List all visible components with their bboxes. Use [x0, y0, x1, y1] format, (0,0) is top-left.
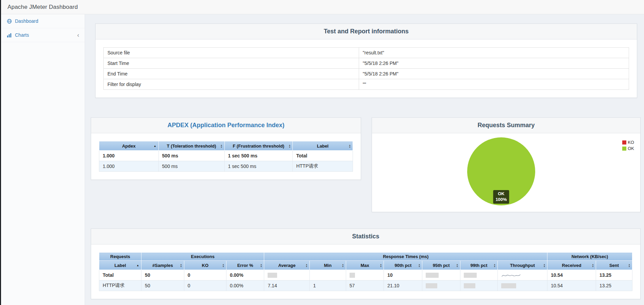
statistics-column-header[interactable]: KO▲▼ — [184, 261, 226, 270]
column-header-label: Label — [115, 263, 126, 268]
redacted-value — [501, 283, 516, 288]
statistics-column-header[interactable]: Max▲▼ — [346, 261, 384, 270]
column-header-label: Sent — [609, 263, 619, 268]
main-content: Test and Report informations Source file… — [85, 14, 644, 305]
scribble-mark — [501, 273, 521, 278]
statistics-cell: 0 — [184, 270, 226, 281]
column-header-label: Min — [324, 263, 332, 268]
legend-item: OK — [622, 146, 634, 151]
statistics-column-header[interactable]: Label▲ — [99, 261, 141, 270]
sort-icon: ▲▼ — [289, 144, 291, 148]
info-row-value: "5/5/18 2:26 PM" — [359, 58, 629, 69]
column-header-label: 99th pct — [471, 263, 488, 268]
sort-icon: ▲▼ — [628, 264, 630, 267]
statistics-card-header: Statistics — [91, 229, 640, 244]
statistics-cell: 0.00% — [226, 270, 264, 281]
statistics-cell — [497, 270, 547, 281]
column-header-label: Apdex — [122, 143, 136, 149]
info-table: Source file"result.txt"Start Time"5/5/18… — [103, 47, 629, 90]
statistics-column-header[interactable]: Error %▲▼ — [226, 261, 264, 270]
statistics-cell — [460, 281, 497, 291]
info-row: Source file"result.txt" — [104, 48, 629, 58]
bar-chart-icon — [7, 33, 12, 38]
statistics-cell: 57 — [346, 281, 384, 291]
statistics-group-header: Response Times (ms) — [264, 253, 547, 261]
apdex-cell: Total — [293, 151, 353, 161]
top-header: Apache JMeter Dashboard — [0, 0, 644, 14]
statistics-column-header[interactable]: Sent▲▼ — [596, 261, 632, 270]
info-row-label: Source file — [104, 48, 359, 58]
sidebar-item-label: Charts — [15, 32, 29, 38]
chevron-left-icon[interactable]: ‹ — [77, 32, 79, 38]
sidebar-item-label: Dashboard — [15, 18, 38, 24]
statistics-cell: 13.25 — [596, 270, 632, 281]
statistics-group-header: Requests — [99, 253, 141, 261]
apdex-card-body: Apdex▲T (Toleration threshold)▲▼F (Frust… — [91, 133, 361, 180]
legend-item: KO — [622, 140, 634, 145]
apdex-header-row: Apdex▲T (Toleration threshold)▲▼F (Frust… — [99, 141, 353, 151]
pie-legend: KOOK — [622, 140, 634, 152]
sidebar-item-dashboard[interactable]: Dashboard — [0, 14, 85, 28]
apdex-row: 1.000500 ms1 sec 500 msTotal — [99, 151, 353, 161]
statistics-header-row: Label▲#Samples▲▼KO▲▼Error %▲▼Average▲▼Mi… — [99, 261, 632, 270]
sort-icon: ▲▼ — [418, 264, 420, 267]
legend-label: KO — [628, 140, 634, 145]
statistics-column-header[interactable]: Throughput▲▼ — [497, 261, 547, 270]
column-header-label: 90th pct — [394, 263, 411, 268]
info-row-value: "result.txt" — [359, 48, 629, 58]
statistics-column-header[interactable]: #Samples▲▼ — [141, 261, 184, 270]
statistics-column-header[interactable]: 99th pct▲▼ — [460, 261, 497, 270]
statistics-cell: 21.10 — [384, 281, 422, 291]
statistics-column-header[interactable]: Average▲▼ — [264, 261, 310, 270]
info-row: End Time"5/5/18 2:26 PM" — [104, 69, 629, 79]
apdex-cell: 1 sec 500 ms — [224, 151, 293, 161]
column-header-label: Error % — [237, 263, 253, 268]
statistics-column-header[interactable]: Min▲▼ — [309, 261, 346, 270]
column-header-label: KO — [202, 263, 209, 268]
statistics-column-header[interactable]: 95th pct▲▼ — [422, 261, 460, 270]
apdex-cell: 1.000 — [99, 161, 159, 172]
statistics-cell — [264, 270, 310, 281]
statistics-cell — [497, 281, 547, 291]
statistics-cell: 50 — [141, 270, 184, 281]
sidebar-item-charts[interactable]: Charts ‹ — [0, 28, 85, 42]
statistics-cell: 0 — [184, 281, 226, 291]
apdex-cell: 500 ms — [158, 151, 224, 161]
statistics-cell: 10.54 — [547, 270, 596, 281]
statistics-cell — [422, 270, 460, 281]
apdex-row: 1.000500 ms1 sec 500 msHTTP请求 — [99, 161, 353, 172]
sort-icon: ▲▼ — [349, 144, 351, 148]
statistics-group-header-row: RequestsExecutionsResponse Times (ms)Net… — [99, 253, 632, 261]
apdex-card-header: APDEX (Application Performance Index) — [91, 118, 361, 133]
apdex-column-header[interactable]: F (Frustration threshold)▲▼ — [224, 141, 293, 151]
apdex-cell: 500 ms — [158, 161, 224, 172]
redacted-value — [426, 273, 439, 278]
apdex-cell: HTTP请求 — [293, 161, 353, 172]
info-row-label: End Time — [104, 69, 359, 79]
statistics-group-header: Executions — [141, 253, 264, 261]
summary-card-body: KOOK OK 100% — [372, 133, 640, 212]
column-header-label: 95th pct — [433, 263, 450, 268]
statistics-cell: 7.14 — [264, 281, 310, 291]
statistics-cell: 50 — [141, 281, 184, 291]
sort-asc-icon: ▲ — [154, 145, 156, 148]
sort-icon: ▲▼ — [306, 264, 308, 267]
sort-icon: ▲▼ — [260, 264, 262, 267]
sort-icon: ▲▼ — [494, 264, 496, 267]
column-header-label: Received — [562, 263, 581, 268]
redacted-value — [464, 283, 475, 288]
statistics-cell — [460, 270, 497, 281]
column-header-label: #Samples — [152, 263, 173, 268]
apdex-column-header[interactable]: T (Toleration threshold)▲▼ — [158, 141, 224, 151]
statistics-row: HTTP请求5000.00%7.1415721.1010.5413.25 — [99, 281, 632, 291]
apdex-column-header[interactable]: Label▲▼ — [293, 141, 353, 151]
info-row-label: Start Time — [104, 58, 359, 69]
sort-icon: ▲▼ — [220, 144, 222, 148]
apdex-column-header[interactable]: Apdex▲ — [99, 141, 159, 151]
statistics-column-header[interactable]: 90th pct▲▼ — [384, 261, 422, 270]
test-report-info-card: Test and Report informations Source file… — [95, 23, 637, 98]
redacted-value — [268, 273, 277, 278]
column-header-label: F (Frustration threshold) — [233, 143, 285, 149]
statistics-column-header[interactable]: Received▲▼ — [547, 261, 596, 270]
sort-icon: ▲▼ — [543, 264, 545, 267]
